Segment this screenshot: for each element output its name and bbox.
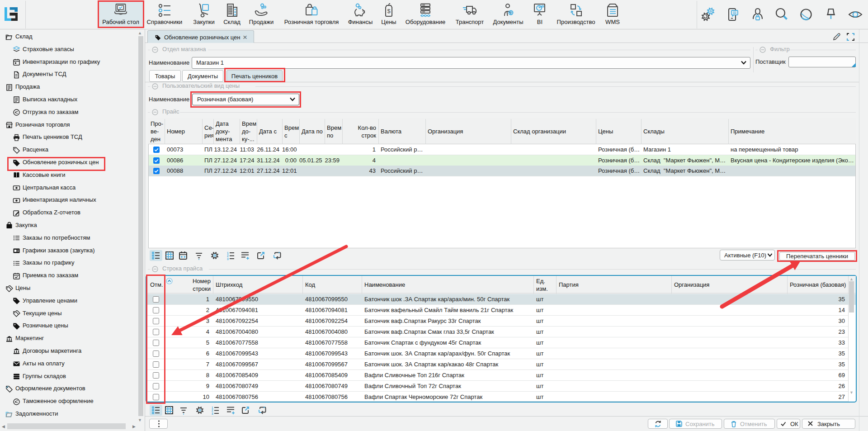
svg-text:3: 3 (212, 412, 213, 415)
svg-text:3: 3 (227, 257, 229, 260)
svg-text:$: $ (387, 8, 391, 14)
